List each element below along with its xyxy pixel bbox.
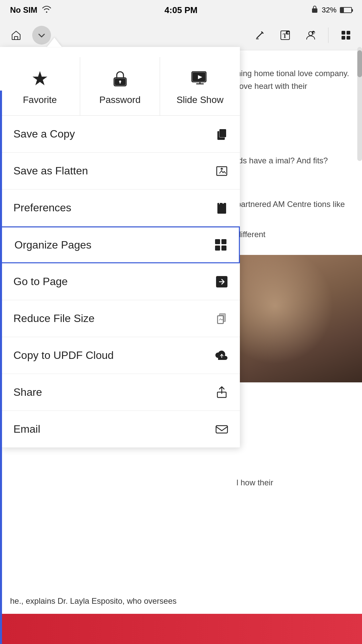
lock-icon (311, 5, 318, 15)
carrier-wifi: No SIM (10, 5, 51, 15)
svg-text:★: ★ (313, 31, 315, 34)
bg-snippet-4: different (237, 228, 357, 241)
status-bar: No SIM 4:05 PM 32% (0, 0, 362, 20)
battery-area: 32% (311, 5, 352, 15)
wifi-icon (42, 5, 51, 15)
email-icon (214, 421, 230, 437)
home-button[interactable] (7, 26, 25, 45)
menu-organize-pages[interactable]: Organize Pages (0, 226, 240, 263)
svg-rect-17 (119, 82, 120, 84)
carrier-label: No SIM (10, 5, 37, 15)
menu-slideshow-button[interactable]: Slide Show (160, 57, 240, 115)
svg-rect-11 (347, 31, 350, 35)
svg-rect-12 (342, 36, 345, 40)
star-icon (31, 69, 49, 89)
svg-rect-29 (221, 246, 226, 251)
svg-rect-25 (217, 203, 226, 214)
bg-snippet-3: partnered AM Centre tions like (237, 198, 357, 211)
annotate-button[interactable] (250, 26, 269, 45)
menu-password-label: Password (99, 95, 141, 105)
bg-snippet-5: l how their (237, 476, 357, 489)
article-photo (238, 255, 362, 382)
menu-preferences[interactable]: Preferences (0, 190, 240, 226)
bg-snippet-2: lds have a imal? And fits? (237, 154, 357, 167)
menu-caret (0, 47, 240, 57)
dropdown-menu: Favorite Password (0, 47, 240, 448)
scrollbar-thumb[interactable] (357, 50, 362, 77)
battery-icon (340, 7, 352, 13)
svg-rect-27 (221, 239, 226, 244)
menu-go-to-page[interactable]: Go to Page (0, 263, 240, 300)
lock-menu-icon (111, 69, 130, 89)
menu-email[interactable]: Email (0, 411, 240, 448)
time-display: 4:05 PM (164, 5, 197, 15)
svg-rect-35 (216, 426, 227, 433)
svg-rect-28 (215, 246, 220, 251)
menu-save-copy[interactable]: Save a Copy (0, 116, 240, 153)
share-icon (214, 384, 230, 400)
svg-rect-23 (219, 129, 226, 137)
menu-slideshow-label: Slide Show (176, 95, 223, 105)
preferences-icon (214, 200, 230, 216)
reduce-icon (214, 311, 230, 327)
menu-favorite-label: Favorite (23, 95, 57, 105)
menu-save-flatten[interactable]: Save as Flatten (0, 153, 240, 190)
menu-icon-row: Favorite Password (0, 57, 240, 116)
user-action-button[interactable]: ★ (301, 26, 320, 45)
svg-text:★: ★ (287, 31, 290, 35)
apps-grid-button[interactable] (337, 26, 355, 45)
svg-rect-0 (312, 8, 317, 13)
slideshow-icon (191, 69, 209, 89)
grid-icon (213, 237, 229, 253)
scrollbar-track[interactable] (357, 47, 362, 161)
bottom-article-text: he., explains Dr. Layla Esposito, who ov… (0, 588, 242, 614)
battery-percent: 32% (322, 6, 337, 14)
cloud-icon (214, 347, 230, 364)
svg-rect-26 (215, 239, 220, 244)
menu-list: Save a Copy Save as Flatten Preferen (0, 116, 240, 448)
bg-snippet-1: ning home tional love company. rove hear… (237, 67, 357, 93)
flatten-icon (214, 163, 230, 179)
text-tool-button[interactable]: T ★ (276, 26, 295, 45)
toolbar-divider (328, 28, 328, 43)
menu-reduce-size[interactable]: Reduce File Size (0, 300, 240, 337)
menu-password-button[interactable]: Password (80, 57, 160, 115)
svg-rect-10 (342, 31, 345, 35)
menu-share[interactable]: Share (0, 374, 240, 411)
arrow-right-icon (214, 274, 230, 290)
svg-rect-13 (347, 36, 350, 40)
left-accent-bar (0, 91, 2, 644)
copy-icon (214, 126, 230, 142)
bottom-red-bar (0, 614, 362, 644)
menu-copy-cloud[interactable]: Copy to UPDF Cloud (0, 337, 240, 374)
menu-favorite-button[interactable]: Favorite (0, 57, 80, 115)
svg-rect-1 (14, 37, 18, 40)
